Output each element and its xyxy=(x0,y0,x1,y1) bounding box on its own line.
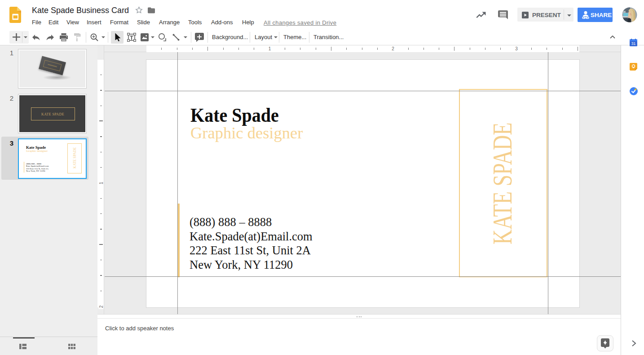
svg-text:31: 31 xyxy=(631,41,636,46)
